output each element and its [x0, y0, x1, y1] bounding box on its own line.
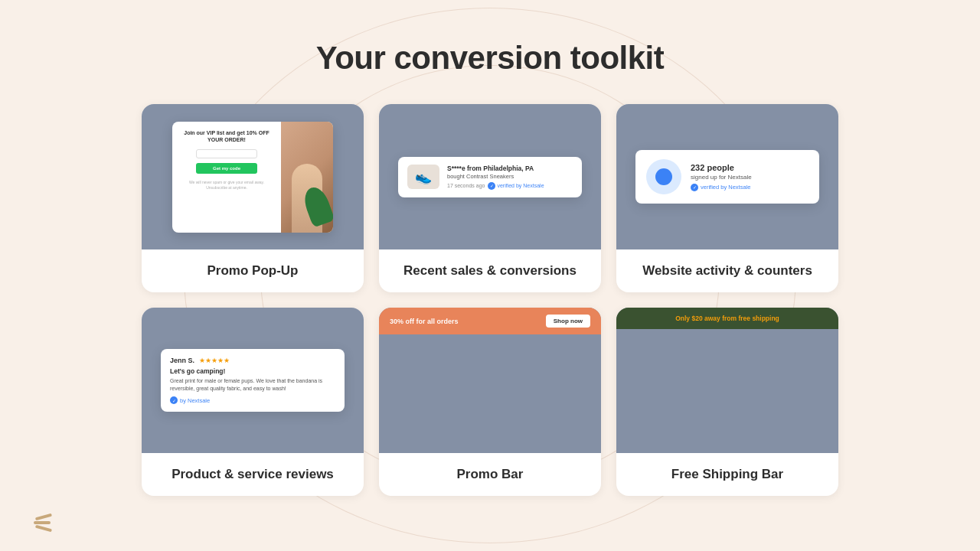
- verified-badge: ✓ verified by Nextsale: [488, 182, 544, 190]
- verified-text: verified by Nextsale: [497, 183, 544, 188]
- card-label-recent-sales: Recent sales & conversions: [379, 249, 601, 292]
- review-verified-icon: ✓: [170, 396, 178, 404]
- card-website-activity[interactable]: 232 people signed up for Nextsale ✓ veri…: [616, 104, 838, 292]
- activity-dot-icon: [655, 168, 672, 185]
- page-title: Your conversion toolkit: [316, 40, 664, 77]
- popup-btn: Get my code: [196, 163, 257, 174]
- card-label-promo-bar: Promo Bar: [379, 453, 601, 496]
- card-preview-reviews: Jenn S. ★★★★★ Let's go camping! Great pr…: [142, 308, 364, 453]
- activity-count: 232 people: [691, 163, 752, 172]
- activity-icon-wrap: [646, 159, 681, 194]
- review-title: Let's go camping!: [170, 367, 335, 375]
- popup-title: Join our VIP list and get 10% OFF YOUR O…: [178, 129, 275, 143]
- card-promo-popup[interactable]: Join our VIP list and get 10% OFF YOUR O…: [142, 104, 364, 292]
- shipping-amount: $20: [691, 315, 702, 322]
- card-promo-bar[interactable]: 30% off for all orders Shop now Promo Ba…: [379, 308, 601, 496]
- card-preview-shipping: Only $20 away from free shipping: [616, 308, 838, 453]
- verified-icon: ✓: [488, 182, 495, 190]
- popup-image: [281, 122, 333, 233]
- card-label-product-reviews: Product & service reviews: [142, 453, 364, 496]
- activity-verified-icon: ✓: [691, 184, 698, 191]
- activity-verified: ✓ verified by Nextsale: [691, 184, 752, 191]
- logo-line-1: [35, 514, 52, 521]
- review-body: Great print for male or female pups. We …: [170, 377, 335, 393]
- review-stars: ★★★★★: [199, 357, 230, 364]
- card-preview-popup: Join our VIP list and get 10% OFF YOUR O…: [142, 104, 364, 249]
- card-preview-activity: 232 people signed up for Nextsale ✓ veri…: [616, 104, 838, 249]
- shoe-icon: 👟: [415, 168, 432, 185]
- review-verified-text: by Nextsale: [180, 397, 210, 404]
- sales-time: 17 seconds ago: [447, 183, 485, 188]
- card-product-reviews[interactable]: Jenn S. ★★★★★ Let's go camping! Great pr…: [142, 308, 364, 496]
- activity-verified-text: verified by Nextsale: [701, 184, 750, 191]
- sales-notification: 👟 S****e from Philadelphia, PA bought Co…: [398, 157, 582, 197]
- logo-lines: [34, 516, 51, 530]
- review-verified: ✓ by Nextsale: [170, 396, 335, 404]
- sales-bottom: 17 seconds ago ✓ verified by Nextsale: [447, 182, 573, 190]
- shipping-text-prefix: Only: [675, 315, 691, 322]
- promo-bar-text: 30% off for all orders: [390, 318, 459, 325]
- cards-grid: Join our VIP list and get 10% OFF YOUR O…: [142, 104, 838, 496]
- shipping-bar-text: Only $20 away from free shipping: [675, 315, 779, 322]
- activity-desc: signed up for Nextsale: [691, 174, 752, 181]
- sales-text: S****e from Philadelphia, PA bought Cont…: [447, 165, 573, 190]
- shipping-bar-strip: Only $20 away from free shipping: [616, 308, 838, 329]
- sales-product-name: bought Contrast Sneakers: [447, 173, 573, 180]
- shipping-text-suffix: away from free shipping: [703, 315, 779, 322]
- promo-bar-strip: 30% off for all orders Shop now: [379, 308, 601, 334]
- review-card: Jenn S. ★★★★★ Let's go camping! Great pr…: [161, 349, 345, 412]
- reviewer-name: Jenn S.: [170, 357, 194, 364]
- card-label-promo-popup: Promo Pop-Up: [142, 249, 364, 292]
- sales-customer-name: S****e from Philadelphia, PA: [447, 165, 573, 172]
- card-label-free-shipping-bar: Free Shipping Bar: [616, 453, 838, 496]
- popup-input: [196, 149, 257, 158]
- shipping-product-grid: [715, 329, 740, 453]
- popup-left: Join our VIP list and get 10% OFF YOUR O…: [172, 122, 281, 233]
- popup-box: Join our VIP list and get 10% OFF YOUR O…: [172, 122, 333, 233]
- review-header: Jenn S. ★★★★★: [170, 357, 335, 364]
- logo-line-3: [35, 525, 52, 533]
- card-label-website-activity: Website activity & counters: [616, 249, 838, 292]
- popup-fine-print: We will never spam or give your email aw…: [178, 180, 275, 191]
- promo-product-grid: [478, 334, 502, 453]
- card-free-shipping-bar[interactable]: Only $20 away from free shipping Free Sh…: [616, 308, 838, 496]
- card-preview-promobar: 30% off for all orders Shop now: [379, 308, 601, 453]
- logo-line-2: [34, 521, 51, 524]
- card-recent-sales[interactable]: 👟 S****e from Philadelphia, PA bought Co…: [379, 104, 601, 292]
- activity-notification: 232 people signed up for Nextsale ✓ veri…: [635, 150, 819, 204]
- promo-bar-button: Shop now: [546, 315, 590, 328]
- card-preview-sales: 👟 S****e from Philadelphia, PA bought Co…: [379, 104, 601, 249]
- sales-product-thumb: 👟: [407, 165, 439, 189]
- bottom-logo: [34, 516, 51, 530]
- activity-text: 232 people signed up for Nextsale ✓ veri…: [691, 163, 752, 191]
